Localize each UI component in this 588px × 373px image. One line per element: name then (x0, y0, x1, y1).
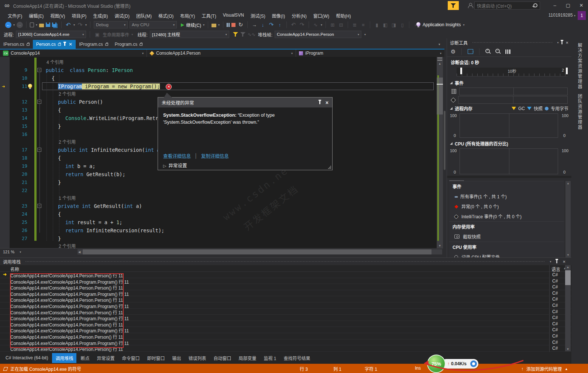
tool-tab-输出[interactable]: 输出 (169, 353, 184, 363)
menu-item[interactable]: 调试(D) (111, 11, 133, 20)
restart-icon[interactable]: ↻ (237, 21, 244, 28)
call-stack-title-bar[interactable]: 调用堆栈 ▾ × (0, 258, 571, 265)
quick-launch-box[interactable]: 快速启动 (Ctrl+Q) (474, 1, 540, 10)
view-details-link[interactable]: 查看详细信息 (163, 152, 191, 159)
codelens-text[interactable]: 1 个引用 (59, 195, 76, 202)
resize-grip[interactable] (328, 166, 331, 169)
call-stack-row[interactable]: ConsoleApp14.exe!ConsoleApp14.Program.Pr… (0, 302, 571, 309)
code-text[interactable]: IProgram iProgram = new Program();✕ (58, 82, 172, 90)
code-text[interactable]: return InfiniteRecursion(result); (65, 226, 164, 235)
tab-person-cs[interactable]: Person.cs✕ (33, 40, 76, 49)
step-into-icon[interactable]: ↓ (259, 22, 266, 28)
codelens-text[interactable]: 4 个引用 (47, 59, 63, 66)
summary-row[interactable]: IntelliTrace 事件(0 个 , 共 0 个) (449, 211, 564, 221)
error-icon[interactable]: ✕ (166, 84, 172, 90)
battery-percent-badge[interactable]: 75% (427, 355, 446, 373)
undo-icon[interactable]: ↶ (65, 21, 72, 28)
fold-marker-icon[interactable]: − (37, 100, 41, 104)
memory-chart-plot[interactable] (460, 113, 558, 138)
scroll-up-icon[interactable]: ▲ (437, 62, 443, 65)
account-id[interactable]: 1101919285 ▾ (549, 13, 575, 18)
menu-item[interactable]: 帮助(H) (333, 11, 354, 20)
code-text[interactable]: } (58, 178, 61, 186)
menu-item[interactable]: 视图(V) (47, 11, 68, 20)
split-handle[interactable] (437, 58, 442, 61)
code-text[interactable]: private int GetResult(int a) (58, 202, 142, 210)
code-text[interactable]: return GetResult(b); (65, 170, 125, 178)
tool-tab-查找符号结果[interactable]: 查找符号结果 (281, 353, 314, 363)
tool-tab-调用堆栈[interactable]: 调用堆栈 (52, 353, 76, 363)
tool-tab-自动窗口[interactable]: 自动窗口 (210, 353, 235, 363)
menu-item[interactable]: 布局(Y) (177, 11, 198, 20)
menu-item[interactable]: 项目(P) (68, 11, 90, 20)
fold-marker-icon[interactable]: − (37, 148, 41, 152)
menu-item[interactable]: 团队(M) (133, 11, 155, 20)
side-tab-解决方案资源管理器[interactable]: 解决方案资源管理器 (577, 43, 583, 89)
scroll-down-icon[interactable]: ▼ (437, 244, 443, 247)
scrollbar-thumb[interactable] (437, 78, 443, 114)
panel-splitter[interactable] (444, 111, 446, 170)
feedback-person-icon[interactable] (467, 3, 473, 8)
tab-iperson-cs[interactable]: IPerson.cs (0, 40, 33, 49)
fold-marker-icon[interactable]: − (37, 68, 41, 72)
save-all-icon[interactable] (52, 23, 56, 27)
diag-title-bar[interactable]: 诊断工具 ▾ × (447, 38, 571, 47)
menu-item[interactable]: 测试(S) (247, 11, 269, 20)
codelens-row[interactable]: 1 个引用 (0, 195, 437, 202)
editor-vertical-scrollbar[interactable]: ▲ ▼ (437, 57, 443, 248)
exception-settings-expander[interactable]: ▷异常设置 (163, 162, 187, 169)
menu-item[interactable]: 图像(I) (269, 11, 288, 20)
menu-item[interactable]: 格式(O) (155, 11, 177, 20)
codelens-text[interactable]: 2 个引用 (59, 243, 76, 248)
close-icon[interactable]: × (326, 100, 329, 106)
zoom-select[interactable]: 121 % ▾ (0, 250, 29, 254)
diag-scrollbar[interactable]: ▲ ▼ (565, 181, 571, 257)
call-stack-row[interactable]: ConsoleApp14.exe!ConsoleApp14.Person.Per… (0, 309, 571, 315)
memory-section-header[interactable]: 进程内存 GC快照专用字节 (447, 104, 571, 113)
scroll-left-icon[interactable]: ◀ (78, 250, 80, 254)
code-line[interactable]: 27} (0, 235, 437, 243)
cpu-section-header[interactable]: CPU (所有处理器的百分比) (447, 139, 571, 148)
save-icon[interactable] (46, 23, 50, 27)
reset-view-icon[interactable] (505, 49, 510, 54)
code-text[interactable]: Console.WriteLine(iProgram.RetrunW (65, 114, 167, 122)
menu-item[interactable]: 文件(F) (4, 11, 25, 20)
menu-item[interactable]: 分析(N) (288, 11, 310, 20)
call-stack-row[interactable]: ➜ConsoleApp14.exe!ConsoleApp14.Person.Pe… (0, 272, 571, 278)
thread-combo[interactable]: [12480] 主线程▾ (150, 31, 229, 38)
close-icon[interactable]: × (565, 40, 568, 45)
code-line[interactable]: 9−public class Person: IPerson (0, 66, 437, 74)
hscroll-thumb[interactable] (83, 249, 431, 254)
solution-config-combo[interactable]: Debug▾ (94, 21, 128, 28)
zoom-out-icon[interactable]: − (495, 49, 501, 54)
menu-item[interactable]: 编辑(E) (25, 11, 47, 20)
codelens-text[interactable]: 2 个引用 (59, 138, 76, 146)
pin-icon[interactable] (556, 260, 557, 263)
source-control-button[interactable]: ↑ 添加到源代码管理 ▲ (521, 366, 568, 372)
events-section-header[interactable]: 事件 (447, 79, 571, 87)
close-button[interactable]: ✕ (575, 0, 588, 10)
cpu-chart-plot[interactable] (460, 148, 558, 174)
member-dropdown[interactable]: iProgram ▾ (296, 49, 444, 57)
continue-button[interactable]: 继续(C) (186, 22, 201, 28)
tool-tab-局部变量[interactable]: 局部变量 (235, 353, 260, 363)
call-stack-row[interactable]: ConsoleApp14.exe!ConsoleApp14.Person.Per… (0, 333, 571, 339)
avatar[interactable]: 1 (578, 11, 586, 20)
close-icon[interactable]: × (563, 259, 565, 264)
project-dropdown[interactable]: C# ConsoleApp14 ▾ (0, 49, 147, 57)
scroll-up-icon[interactable]: ▲ (565, 182, 571, 185)
maximize-button[interactable]: ▢ (561, 0, 575, 10)
platform-combo[interactable]: Any CPU▾ (130, 21, 177, 28)
code-line[interactable]: 22 (0, 186, 437, 195)
code-text[interactable]: int result = a + 1; (65, 218, 122, 226)
summary-row[interactable]: 所有事件(1 个 , 共 1 个) (449, 191, 564, 201)
code-text[interactable]: int b = a; (65, 162, 95, 170)
stack-frame-combo[interactable]: ConsoleApp14.Person.Person▾ (275, 31, 361, 38)
continue-icon[interactable]: ▶ (181, 22, 184, 27)
codelens-row[interactable]: 2 个引用 (0, 90, 437, 98)
navigate-forward-icon[interactable]: → (17, 22, 23, 28)
name-column-header[interactable]: 名称 (10, 266, 19, 272)
tab-iprogram-cs[interactable]: IProgram.cs (76, 40, 111, 49)
tool-tab-C# Interactive (64-bit)[interactable]: C# Interactive (64-bit) (2, 353, 51, 362)
editor-horizontal-scrollbar[interactable]: ◀ (78, 249, 442, 254)
